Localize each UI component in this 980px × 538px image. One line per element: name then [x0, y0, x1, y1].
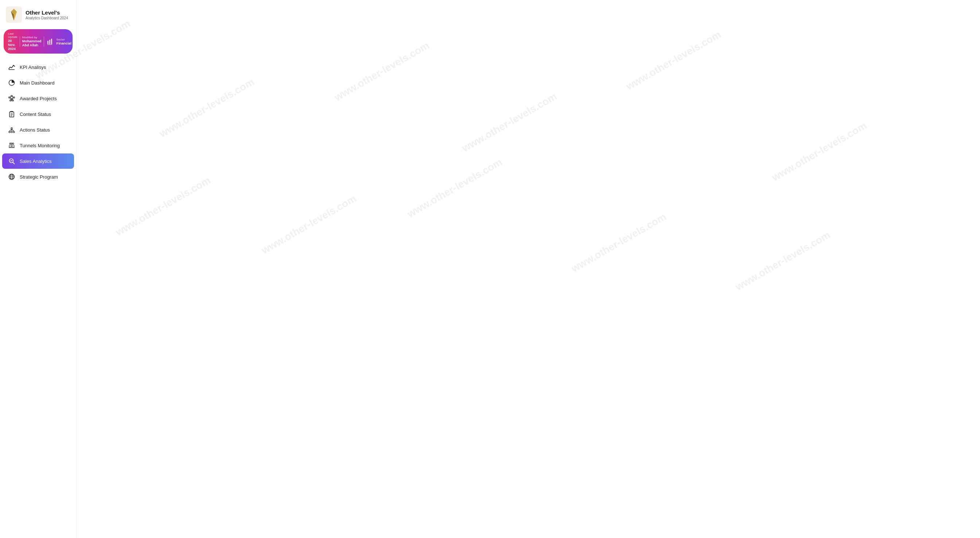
sidebar-item-main-dashboard-label: Main Dashboard: [20, 80, 54, 86]
modified-by-value: Mohammed Abd Allah: [22, 39, 41, 47]
svg-rect-10: [13, 97, 14, 98]
sidebar-item-awarded-projects[interactable]: Awarded Projects: [2, 91, 74, 106]
sector-section: Sector Financial: [57, 38, 72, 45]
sidebar-item-actions-status[interactable]: Actions Status: [2, 122, 74, 137]
svg-line-28: [12, 129, 14, 131]
sidebar-item-sales-analytics-label: Sales Analytics: [20, 159, 51, 164]
sidebar-item-content-status-label: Content Status: [20, 111, 51, 117]
svg-point-24: [11, 131, 13, 133]
app-logo-icon: [6, 6, 22, 22]
chart-line-icon: [8, 64, 15, 71]
sidebar-item-strategic-program-label: Strategic Program: [20, 174, 58, 180]
clipboard-icon: [8, 110, 15, 118]
svg-line-12: [10, 98, 11, 99]
last-update-label: Last Update: [8, 32, 18, 39]
svg-rect-16: [12, 100, 13, 101]
svg-line-27: [10, 129, 12, 131]
info-bar: Last Update 20 Nov. 2024 Modified by Moh…: [4, 29, 73, 54]
monitor-icon: [8, 142, 15, 149]
sidebar-item-tunnels-monitoring[interactable]: Tunnels Monitoring: [2, 138, 74, 153]
app-subtitle: Analytics Dashboard 2024: [25, 16, 68, 20]
main-content: [76, 0, 980, 538]
app-name: Other Level's: [25, 10, 68, 16]
modified-by-section: Modified by Mohammed Abd Allah: [22, 36, 41, 47]
sidebar-item-kpi-label: KPI Analisys: [20, 65, 46, 70]
sidebar-item-sales-analytics[interactable]: Sales Analytics: [2, 153, 74, 169]
search-chart-icon: [8, 158, 15, 165]
modified-by-label: Modified by: [22, 36, 41, 39]
sidebar-item-strategic-program[interactable]: Strategic Program: [2, 169, 74, 185]
svg-line-14: [13, 98, 13, 99]
sidebar-item-content-status[interactable]: Content Status: [2, 107, 74, 122]
svg-rect-2: [49, 40, 50, 44]
svg-rect-4: [48, 45, 52, 45]
svg-line-39: [12, 160, 13, 161]
last-update-value: 20 Nov. 2024: [8, 39, 18, 51]
svg-rect-1: [48, 41, 48, 44]
sidebar: Other Level's Analytics Dashboard 2024 L…: [0, 0, 76, 538]
sector-icon: [46, 38, 54, 46]
svg-point-32: [11, 143, 13, 144]
svg-point-23: [9, 131, 10, 133]
svg-rect-3: [51, 39, 52, 44]
svg-rect-19: [10, 112, 14, 117]
globe-icon: [8, 173, 15, 180]
svg-point-25: [13, 131, 14, 133]
nodes-icon: [8, 126, 15, 134]
svg-rect-7: [9, 97, 10, 98]
info-divider-2: [44, 37, 44, 47]
sector-value: Financial: [57, 41, 72, 45]
sector-label: Sector: [57, 38, 72, 41]
pie-chart-icon: [8, 79, 15, 86]
svg-point-30: [10, 143, 11, 144]
svg-rect-9: [11, 99, 13, 100]
logo-text: Other Level's Analytics Dashboard 2024: [25, 10, 68, 20]
sidebar-item-actions-status-label: Actions Status: [20, 127, 50, 133]
sidebar-item-tunnels-monitoring-label: Tunnels Monitoring: [20, 143, 60, 148]
network-icon: [8, 95, 15, 102]
sidebar-item-awarded-projects-label: Awarded Projects: [20, 96, 57, 101]
nav-menu: KPI Analisys Main Dashboard: [0, 59, 76, 185]
svg-point-26: [11, 127, 13, 129]
svg-rect-15: [10, 100, 11, 101]
sidebar-item-kpi[interactable]: KPI Analisys: [2, 59, 74, 75]
sidebar-item-main-dashboard[interactable]: Main Dashboard: [2, 75, 74, 91]
svg-line-36: [13, 162, 14, 164]
logo-area: Other Level's Analytics Dashboard 2024: [0, 0, 76, 27]
svg-line-11: [10, 97, 11, 98]
info-divider-1: [20, 37, 20, 47]
svg-line-13: [13, 97, 13, 98]
last-update-section: Last Update 20 Nov. 2024: [8, 32, 18, 51]
svg-point-31: [13, 143, 14, 144]
svg-rect-8: [11, 96, 13, 97]
